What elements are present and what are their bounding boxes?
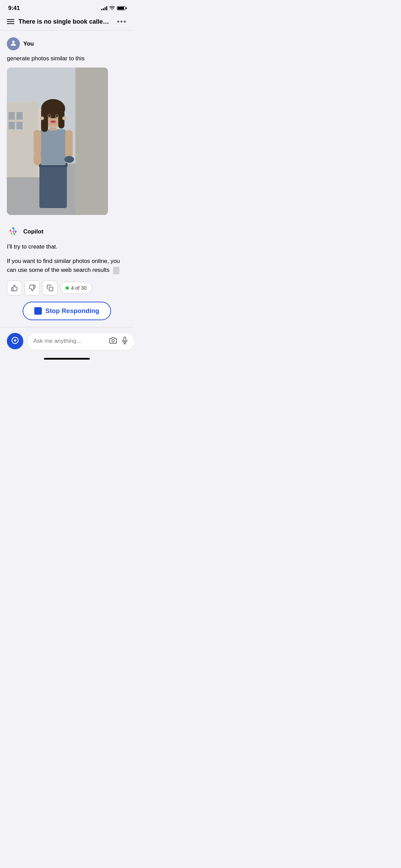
- svg-point-24: [40, 117, 44, 120]
- svg-point-23: [50, 120, 56, 123]
- battery-icon: [117, 6, 125, 10]
- svg-point-0: [12, 40, 14, 43]
- svg-rect-7: [9, 122, 15, 129]
- action-row: 4 of 30: [7, 280, 127, 296]
- chat-input[interactable]: [33, 338, 106, 345]
- input-field-wrapper[interactable]: [27, 332, 134, 350]
- svg-point-22: [56, 115, 58, 117]
- progress-text: 4 of 30: [71, 285, 87, 291]
- copy-button[interactable]: [42, 280, 58, 296]
- svg-point-21: [48, 115, 51, 117]
- status-time: 9:41: [8, 5, 20, 12]
- svg-rect-28: [65, 130, 73, 157]
- svg-rect-29: [34, 130, 41, 156]
- more-options-button[interactable]: •••: [117, 17, 127, 26]
- new-chat-button[interactable]: [7, 333, 23, 349]
- signal-icon: [101, 6, 107, 10]
- stop-responding-label: Stop Responding: [45, 307, 99, 315]
- camera-button[interactable]: [109, 337, 117, 346]
- loading-indicator: [113, 267, 119, 274]
- stop-responding-container: Stop Responding: [7, 302, 127, 320]
- user-message-header: You: [7, 37, 127, 50]
- copilot-text-2: If you want to find similar photos onlin…: [7, 257, 127, 275]
- input-bar: [0, 327, 134, 355]
- user-message-text: generate photos similar to this: [7, 55, 127, 63]
- status-icons: [101, 6, 125, 11]
- chat-container: You generate photos similar to this: [0, 31, 134, 320]
- menu-button[interactable]: [7, 19, 14, 24]
- user-uploaded-image[interactable]: [7, 68, 108, 215]
- progress-badge: 4 of 30: [60, 282, 92, 294]
- user-avatar: [7, 37, 20, 50]
- svg-rect-9: [75, 68, 108, 215]
- svg-point-30: [64, 156, 74, 163]
- svg-point-25: [62, 117, 66, 120]
- copilot-text-block-2: If you want to find similar photos onlin…: [7, 257, 127, 275]
- home-indicator: [0, 355, 134, 361]
- copilot-avatar: [7, 225, 20, 238]
- thumbs-down-button[interactable]: [25, 280, 40, 296]
- user-avatar-icon: [10, 39, 17, 49]
- svg-rect-13: [40, 129, 66, 165]
- svg-rect-6: [16, 112, 23, 120]
- app-header: There is no single book called t... •••: [0, 14, 134, 31]
- copilot-text-block-1: I'll try to create that.: [7, 242, 127, 251]
- svg-rect-5: [9, 112, 15, 120]
- copilot-text-1: I'll try to create that.: [7, 242, 127, 251]
- new-chat-icon: [11, 337, 19, 346]
- wifi-icon: [109, 6, 115, 11]
- copilot-sender-label: Copilot: [23, 228, 44, 235]
- home-indicator-bar: [44, 358, 90, 360]
- svg-point-27: [52, 126, 54, 128]
- svg-rect-8: [16, 122, 23, 129]
- input-icons: [109, 337, 129, 346]
- header-title: There is no single book called t...: [19, 18, 113, 25]
- user-sender-label: You: [23, 40, 34, 47]
- stop-icon: [34, 307, 42, 315]
- status-bar: 9:41: [0, 0, 134, 14]
- svg-rect-33: [49, 287, 53, 291]
- thumbs-up-button[interactable]: [7, 280, 22, 296]
- svg-rect-11: [39, 164, 67, 208]
- stop-responding-button[interactable]: Stop Responding: [23, 302, 111, 320]
- progress-dot: [65, 286, 69, 290]
- copilot-message-header: Copilot: [7, 225, 127, 238]
- user-message: You generate photos similar to this: [7, 37, 127, 215]
- copilot-message: Copilot I'll try to create that. If you …: [7, 225, 127, 320]
- svg-point-35: [112, 339, 114, 342]
- svg-rect-31: [34, 153, 41, 165]
- microphone-button[interactable]: [121, 337, 129, 346]
